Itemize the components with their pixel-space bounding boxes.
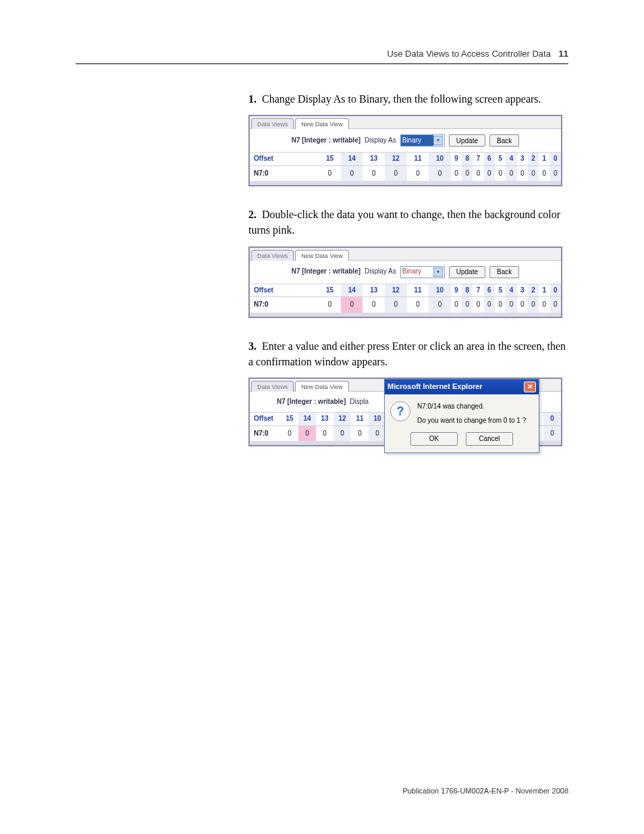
col-13: 13 <box>363 153 385 166</box>
cell[interactable]: 0 <box>316 425 333 441</box>
cell[interactable]: 0 <box>550 165 561 181</box>
col-0: 0 <box>550 284 561 297</box>
data-label: N7 [Integer : writable] <box>292 267 360 277</box>
cell[interactable]: 0 <box>528 297 539 313</box>
cell[interactable]: 0 <box>462 297 473 313</box>
cell[interactable]: 0 <box>550 297 561 313</box>
cell[interactable]: 0 <box>473 165 483 181</box>
step-3-text: Enter a value and either press Enter or … <box>248 340 566 367</box>
col-1: 1 <box>539 153 549 166</box>
cell[interactable]: 0 <box>341 165 363 181</box>
cell[interactable]: 0 <box>363 297 385 313</box>
col-8: 8 <box>462 284 473 297</box>
col-2: 2 <box>528 284 539 297</box>
select-value: Binary <box>402 136 421 146</box>
col-2: 2 <box>528 153 539 166</box>
cell[interactable]: 0 <box>363 165 385 181</box>
step-2: 2. Double-click the data you want to cha… <box>248 207 568 238</box>
cell[interactable]: 0 <box>539 165 549 181</box>
cell[interactable]: 0 <box>539 297 549 313</box>
cell[interactable]: 0 <box>495 297 506 313</box>
cell[interactable]: 0 <box>407 297 429 313</box>
cell[interactable]: 0 <box>407 165 429 181</box>
cell[interactable]: 0 <box>528 165 539 181</box>
row-label: N7:0 <box>250 297 319 313</box>
col-13: 13 <box>316 413 333 426</box>
data-label: N7 [Integer : writable] <box>277 397 346 407</box>
cell[interactable]: 0 <box>385 165 407 181</box>
col-12: 12 <box>333 413 351 426</box>
cell-editing[interactable]: 0 <box>341 297 363 313</box>
col-8: 8 <box>462 153 473 166</box>
back-button[interactable]: Back <box>489 134 519 147</box>
col-6: 6 <box>484 153 495 166</box>
col-11: 11 <box>351 413 369 426</box>
data-label: N7 [Integer : writable] <box>292 136 360 146</box>
dialog-titlebar: Microsoft Internet Explorer ✕ <box>385 380 539 394</box>
dialog-title: Microsoft Internet Explorer <box>387 382 483 392</box>
cell[interactable]: 0 <box>506 297 516 313</box>
toolbar: N7 [Integer : writable] Display As Binar… <box>250 129 561 152</box>
confirm-dialog: Microsoft Internet Explorer ✕ ? N7:0/14 … <box>384 379 539 453</box>
col-5: 5 <box>495 284 506 297</box>
col-3: 3 <box>517 153 528 166</box>
dialog-buttons: OK Cancel <box>385 429 539 452</box>
cell[interactable]: 0 <box>462 165 473 181</box>
col-14: 14 <box>341 284 363 297</box>
offset-header: Offset <box>250 413 281 426</box>
cell[interactable]: 0 <box>484 165 495 181</box>
col-1: 1 <box>539 284 549 297</box>
cell[interactable]: 0 <box>281 425 298 441</box>
cell[interactable]: 0 <box>451 297 462 313</box>
toolbar: N7 [Integer : writable] Display As Binar… <box>250 261 561 284</box>
col-9: 9 <box>451 284 462 297</box>
header-rule <box>76 63 568 64</box>
back-button[interactable]: Back <box>489 266 519 278</box>
col-9: 9 <box>451 153 462 166</box>
col-7: 7 <box>473 153 483 166</box>
tab-new-data-view[interactable]: New Data View <box>295 250 348 261</box>
tab-data-views[interactable]: Data Views <box>251 250 294 261</box>
chapter-number: 11 <box>559 49 568 59</box>
offset-header: Offset <box>250 153 319 166</box>
dialog-line2: Do you want to change from 0 to 1 ? <box>417 415 526 425</box>
close-icon[interactable]: ✕ <box>524 382 536 392</box>
cell[interactable]: 0 <box>319 165 341 181</box>
cell[interactable]: 0 <box>543 425 561 441</box>
col-6: 6 <box>484 284 495 297</box>
tab-data-views[interactable]: Data Views <box>251 118 294 129</box>
update-button[interactable]: Update <box>449 134 485 147</box>
update-button[interactable]: Update <box>449 266 485 278</box>
cell[interactable]: 0 <box>484 297 495 313</box>
cell[interactable]: 0 <box>429 165 451 181</box>
display-as-select[interactable]: Binary ▾ <box>400 134 445 147</box>
chevron-down-icon: ▾ <box>433 267 443 277</box>
cell[interactable]: 0 <box>351 425 369 441</box>
col-5: 5 <box>495 153 506 166</box>
cell[interactable]: 0 <box>319 297 341 313</box>
cell[interactable]: 0 <box>429 297 451 313</box>
col-13: 13 <box>363 284 385 297</box>
cell[interactable]: 0 <box>517 297 528 313</box>
ok-button[interactable]: OK <box>410 432 458 446</box>
cell[interactable]: 0 <box>385 297 407 313</box>
cell[interactable]: 0 <box>506 165 516 181</box>
cell[interactable]: 0 <box>333 425 351 441</box>
tab-data-views[interactable]: Data Views <box>251 381 294 392</box>
cell[interactable]: 0 <box>495 165 506 181</box>
cell[interactable]: 0 <box>473 297 483 313</box>
bottom-stripe <box>250 313 561 317</box>
cell[interactable]: 0 <box>451 165 462 181</box>
cell-editing[interactable]: 0 <box>298 425 316 441</box>
col-3: 3 <box>517 284 528 297</box>
tab-new-data-view[interactable]: New Data View <box>295 381 348 392</box>
cell[interactable]: 0 <box>517 165 528 181</box>
tab-new-data-view[interactable]: New Data View <box>295 118 348 129</box>
col-12: 12 <box>385 284 407 297</box>
cancel-button[interactable]: Cancel <box>466 432 513 446</box>
step-3-number: 3. <box>248 340 257 352</box>
tabs-row: Data Views New Data View <box>250 116 561 129</box>
display-as-select[interactable]: Binary ▾ <box>400 266 445 278</box>
col-0: 0 <box>543 413 561 426</box>
header-row: Offset 15 14 13 12 11 10 9 8 7 6 5 4 3 2… <box>250 153 561 166</box>
